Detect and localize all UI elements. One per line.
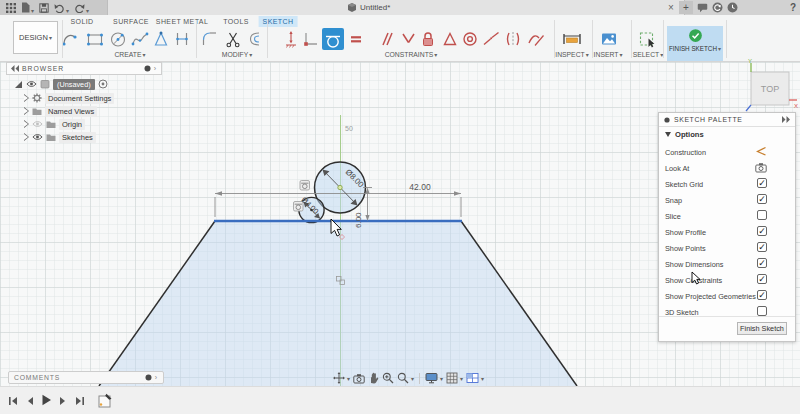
circle-tool-button[interactable]	[107, 28, 129, 50]
fillet-tool-button[interactable]	[199, 28, 221, 50]
browser-options-icon[interactable]	[144, 65, 151, 72]
eye-icon[interactable]	[32, 133, 43, 141]
timeline-play-button[interactable]	[41, 392, 52, 410]
rectangle-tool-button[interactable]	[84, 28, 106, 50]
sketch-palette-header[interactable]: SKETCH PALETTE	[659, 113, 795, 127]
new-tab-button[interactable]: +	[679, 1, 693, 14]
browser-item-document-settings[interactable]: Document Settings	[24, 92, 114, 104]
eye-icon[interactable]	[26, 80, 37, 88]
display-settings-button[interactable]	[425, 372, 443, 384]
insert-image-button[interactable]	[598, 28, 620, 50]
document-tab[interactable]	[107, 0, 685, 15]
timeline-skip-start-button[interactable]	[8, 392, 18, 410]
comments-panel[interactable]: COMMENTS ›	[8, 371, 164, 384]
concentric-constraint-button[interactable]	[459, 28, 481, 50]
activate-radio-icon[interactable]	[98, 79, 108, 89]
collinear-constraint-button[interactable]	[480, 28, 502, 50]
curvature-constraint-button[interactable]	[525, 28, 547, 50]
small-circle-center-point[interactable]	[310, 209, 313, 212]
timeline-skip-end-button[interactable]	[75, 392, 85, 410]
tangent-constraint-badge[interactable]	[294, 202, 304, 212]
browser-item-label[interactable]: Named Views	[45, 106, 97, 117]
show-profile-checkbox[interactable]: ✓	[757, 226, 767, 236]
timeline-sketch-feature[interactable]	[98, 393, 113, 408]
palette-finish-sketch-button[interactable]: Finish Sketch	[737, 322, 787, 335]
select-tool-button[interactable]	[636, 28, 658, 50]
show-dimensions-checkbox[interactable]: ✓	[757, 258, 767, 268]
expand-arrow-icon[interactable]	[24, 121, 29, 127]
viewcube-face-label[interactable]: TOP	[761, 84, 779, 94]
look-at-button[interactable]	[353, 373, 365, 384]
show-points-checkbox[interactable]: ✓	[757, 242, 767, 252]
palette-options-section[interactable]: Options	[659, 127, 795, 141]
timeline-step-forward-button[interactable]	[59, 392, 68, 410]
grid-snaps-button[interactable]	[446, 372, 463, 384]
sketch-grid-checkbox[interactable]: ✓	[757, 178, 767, 188]
browser-root-row[interactable]: (Unsaved)	[14, 78, 108, 90]
group-select-label[interactable]: SELECT	[633, 51, 663, 58]
browser-panel-header[interactable]: BROWSER ›	[6, 62, 162, 75]
dimension-width-value[interactable]: 42.00	[409, 182, 431, 192]
construction-toggle[interactable]	[756, 146, 767, 159]
coincident-constraint-button[interactable]	[300, 28, 322, 50]
collapse-right-icon[interactable]	[782, 116, 790, 123]
large-circle-center-point[interactable]	[338, 185, 342, 189]
midpoint-constraint-button[interactable]	[439, 28, 461, 50]
eye-hidden-icon[interactable]	[32, 120, 43, 128]
browser-item-named-views[interactable]: Named Views	[24, 105, 97, 117]
tab-solid[interactable]: SOLID	[66, 16, 97, 27]
fix-constraint-button[interactable]	[417, 28, 439, 50]
help-icon[interactable]: ?	[787, 0, 799, 15]
3d-sketch-checkbox[interactable]	[757, 306, 767, 316]
root-document-name[interactable]: (Unsaved)	[53, 79, 95, 90]
offset-tool-button[interactable]	[244, 28, 266, 50]
zoom-window-button[interactable]	[382, 372, 394, 384]
symmetry-constraint-button[interactable]	[502, 28, 524, 50]
slice-checkbox[interactable]	[757, 210, 767, 220]
show-constraints-checkbox[interactable]: ✓	[757, 274, 767, 284]
equal-constraint-button[interactable]	[345, 28, 367, 50]
timeline-step-back-button[interactable]	[25, 392, 34, 410]
perpendicular-constraint-button[interactable]	[397, 28, 419, 50]
trim-tool-button[interactable]	[222, 28, 244, 50]
profile-fill[interactable]	[99, 221, 577, 386]
polygon-tool-button[interactable]	[150, 28, 172, 50]
viewcube[interactable]: TOP Y X Z	[742, 57, 800, 119]
design-workspace-button[interactable]: DESIGN	[13, 21, 58, 54]
inspect-measure-button[interactable]	[561, 28, 583, 50]
tab-sketch[interactable]: SKETCH	[259, 16, 298, 27]
parallel-constraint-button[interactable]	[375, 28, 397, 50]
sketch-dimension-tool-button[interactable]	[280, 28, 302, 50]
fit-zoom-button[interactable]	[397, 372, 414, 384]
tab-sheet-metal[interactable]: SHEET METAL	[152, 16, 212, 27]
group-modify-label[interactable]: MODIFY	[222, 51, 252, 58]
collapse-left-icon[interactable]	[11, 65, 19, 72]
look-at-button[interactable]	[755, 162, 767, 175]
tab-surface[interactable]: SURFACE	[109, 16, 153, 27]
finish-sketch-button[interactable]: FINISH SKETCH	[667, 26, 723, 61]
expand-arrow-icon[interactable]	[24, 95, 29, 101]
orbit-button[interactable]	[333, 372, 350, 384]
browser-item-label[interactable]: Origin	[59, 119, 85, 130]
pan-button[interactable]	[368, 372, 379, 384]
comments-options-icon[interactable]	[145, 374, 152, 381]
slot-tool-button[interactable]	[171, 28, 193, 50]
corner-triangle-icon[interactable]	[14, 80, 23, 89]
browser-item-origin[interactable]: Origin	[24, 118, 85, 130]
snap-checkbox[interactable]: ✓	[757, 194, 767, 204]
tangent-constraint-button[interactable]	[322, 28, 344, 50]
spline-tool-button[interactable]	[129, 28, 151, 50]
group-create-label[interactable]: CREATE	[114, 51, 145, 58]
show-projected-checkbox[interactable]: ✓	[757, 290, 767, 300]
tab-tools[interactable]: TOOLS	[219, 16, 253, 27]
viewports-button[interactable]	[466, 372, 484, 384]
group-insert-label[interactable]: INSERT	[594, 51, 623, 58]
group-inspect-label[interactable]: INSPECT	[555, 51, 588, 58]
expand-arrow-icon[interactable]	[24, 108, 29, 114]
group-constraints-label[interactable]: CONSTRAINTS	[385, 51, 438, 58]
section-collapse-icon[interactable]	[665, 132, 671, 137]
chevron-right-icon[interactable]: ›	[154, 65, 157, 72]
browser-item-label[interactable]: Document Settings	[45, 93, 114, 104]
dimension-offset-value[interactable]: 6.00	[354, 212, 363, 228]
tangent-constraint-badge[interactable]	[300, 181, 310, 191]
